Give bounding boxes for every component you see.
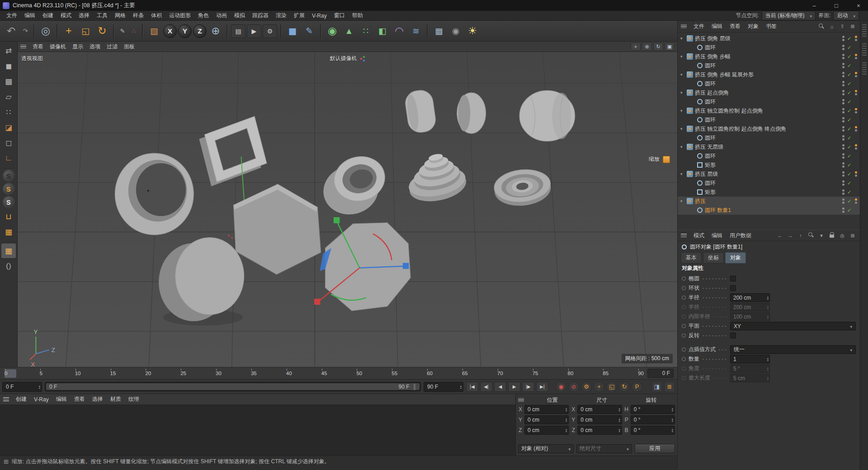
snap-enable-icon[interactable]: S	[3, 196, 15, 208]
menu-item[interactable]: 跟踪器	[249, 11, 272, 20]
frame-tick[interactable]: 0	[5, 367, 40, 379]
workplane-lock-icon[interactable]: ▧	[146, 24, 162, 39]
object-sphere-faceted[interactable]	[519, 90, 575, 141]
enabled-check-icon[interactable]	[847, 63, 852, 69]
property-input[interactable]: 5 cm	[730, 374, 770, 382]
start-frame-field[interactable]: 0 F	[2, 382, 42, 392]
live-selection-icon[interactable]: ◎	[38, 24, 53, 39]
position-field[interactable]: 0 cm	[524, 415, 569, 424]
up-icon[interactable]: ↑	[797, 232, 805, 239]
rotate-view-icon[interactable]: ↻	[653, 42, 663, 51]
rotation-field[interactable]: 0 °	[631, 405, 675, 414]
menu-icon[interactable]	[681, 234, 687, 238]
animation-dot-icon[interactable]	[682, 296, 686, 300]
menu-icon[interactable]	[20, 45, 26, 49]
tool-icon[interactable]	[320, 24, 321, 38]
frame-tick[interactable]: 80	[568, 367, 603, 379]
cloner-icon[interactable]: ∷	[358, 24, 373, 39]
visibility-dots-icon[interactable]	[842, 36, 844, 41]
generator-toggle-icon[interactable]	[855, 90, 857, 95]
generator-toggle-icon[interactable]	[855, 72, 857, 77]
primitive-cube-icon[interactable]: ◼	[285, 24, 300, 39]
snap-auto-icon[interactable]: S	[3, 183, 15, 195]
expand-caret-icon[interactable]	[680, 127, 685, 131]
expand-caret-icon[interactable]	[680, 90, 685, 95]
generator-toggle-icon[interactable]	[855, 171, 857, 177]
frame-tick[interactable]: 70	[497, 367, 533, 379]
coord-system-icon[interactable]: ⊕	[208, 24, 223, 39]
guides-icon[interactable]: ()	[1, 259, 16, 273]
visibility-dots-icon[interactable]	[842, 63, 844, 68]
play-button[interactable]: ▶	[508, 382, 520, 392]
undo-icon[interactable]: ↶	[4, 24, 19, 39]
object-row[interactable]: 圆环 数量1	[678, 206, 860, 215]
visibility-dots-icon[interactable]	[842, 180, 844, 186]
menu-item[interactable]: 动画	[212, 11, 231, 20]
object-row[interactable]: 圆环	[678, 97, 860, 106]
visibility-dots-icon[interactable]	[842, 207, 844, 213]
close-button[interactable]: ×	[849, 0, 868, 11]
menu-item[interactable]: 文件	[3, 11, 21, 20]
visibility-dots-icon[interactable]	[842, 171, 844, 177]
search-icon[interactable]	[807, 232, 815, 239]
position-field[interactable]: 0 cm	[524, 405, 569, 414]
attribute-tab[interactable]: 对象	[725, 252, 746, 263]
menu-item[interactable]: 体积	[147, 11, 165, 20]
object-row[interactable]: 挤压 独立圆角控制 起点倒角	[678, 106, 860, 115]
menu-icon[interactable]	[681, 24, 687, 28]
animation-dot-icon[interactable]	[682, 367, 686, 371]
visibility-dots-icon[interactable]	[842, 54, 844, 59]
enabled-check-icon[interactable]	[847, 81, 852, 87]
texture-mode-icon[interactable]: ▩	[1, 74, 16, 89]
frame-tick[interactable]: 40	[286, 367, 321, 379]
up-arrow-icon[interactable]: ⇧	[838, 23, 846, 30]
animation-dot-icon[interactable]	[682, 376, 686, 380]
animation-dot-icon[interactable]	[682, 315, 686, 319]
prev-frame-button[interactable]: ◀	[494, 382, 506, 392]
viewport-menu-item[interactable]: 摄像机	[47, 42, 69, 52]
animation-dot-icon[interactable]	[682, 286, 686, 290]
menu-item[interactable]: 帮助	[349, 11, 367, 20]
object-row[interactable]: 挤压 倒角 步幅	[678, 52, 860, 61]
move-tool-icon[interactable]: +	[61, 24, 76, 39]
object-row[interactable]: 圆环	[678, 179, 860, 188]
workplane-snap-icon[interactable]: ▦	[1, 244, 16, 258]
home-icon[interactable]: ⌂	[828, 23, 836, 30]
scale-tool-icon[interactable]: ◱	[78, 24, 93, 39]
object-row[interactable]: 挤压 无层级	[678, 142, 860, 151]
object-row[interactable]: 圆环	[678, 79, 860, 88]
rotation-field[interactable]: 0 °	[631, 415, 675, 424]
spinner-arrows-icon[interactable]	[672, 407, 673, 412]
spinner-arrows-icon[interactable]	[618, 407, 620, 412]
y-axis-lock-icon[interactable]: Y	[178, 24, 192, 38]
menu-item[interactable]: 网格	[111, 11, 129, 20]
menu-item[interactable]: 模式	[57, 11, 75, 20]
enabled-check-icon[interactable]	[847, 72, 852, 78]
object-cylinder[interactable]	[159, 238, 244, 326]
points-mode-icon[interactable]: ∷	[1, 105, 16, 119]
focus-icon[interactable]: ◎	[838, 232, 846, 239]
menu-item[interactable]: 样条	[129, 11, 147, 20]
quantize-icon[interactable]: ▦	[1, 225, 16, 239]
enabled-check-icon[interactable]	[847, 144, 852, 150]
attribute-tab[interactable]: 基本	[681, 252, 702, 263]
spinner-arrows-icon[interactable]	[566, 428, 567, 432]
spinner-arrows-icon[interactable]	[767, 376, 769, 381]
viewport-menu-item[interactable]: 显示	[69, 42, 86, 52]
visibility-dots-icon[interactable]	[842, 117, 844, 122]
frame-tick[interactable]: 15	[110, 367, 146, 379]
object-ring[interactable]	[115, 153, 193, 235]
spinner-arrows-icon[interactable]	[618, 418, 620, 422]
camera-label[interactable]: 默认摄像机	[330, 55, 365, 62]
visibility-dots-icon[interactable]	[842, 189, 844, 195]
object-bearing[interactable]	[492, 167, 552, 208]
tool-icon[interactable]	[33, 24, 35, 38]
panel-icon[interactable]: ⊞	[849, 232, 857, 239]
gizmo-x-handle[interactable]	[314, 299, 320, 305]
attribute-menu-item[interactable]: 模式	[690, 231, 708, 240]
property-input[interactable]: 100 cm	[730, 312, 770, 321]
viewport-menu-item[interactable]: 过滤	[104, 42, 121, 52]
range-grip-icon[interactable]	[412, 384, 416, 390]
object-row[interactable]: 圆环	[678, 133, 860, 142]
redo-icon[interactable]: ↷	[20, 24, 30, 39]
